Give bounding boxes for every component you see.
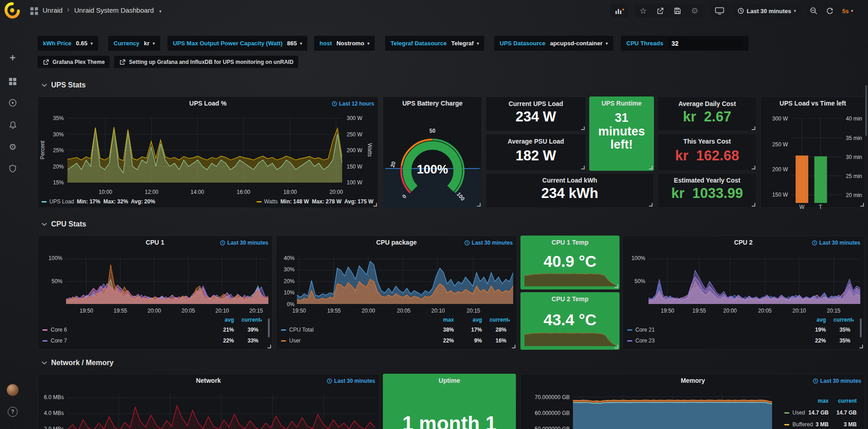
panel-time-range[interactable]: Last 30 minutes (327, 378, 375, 384)
section-ups-stats[interactable]: UPS Stats (42, 81, 86, 89)
y-tick: 2.0 MBs (40, 426, 64, 429)
legend-series-name[interactable]: Core 21 (627, 327, 655, 333)
panel-title[interactable]: Estimated Yearly Cost (663, 177, 752, 184)
legend-scrollbar[interactable] (860, 318, 862, 337)
panel-time-range[interactable]: Last 30 minutes (220, 240, 268, 246)
caret-down-icon[interactable]: ▾ (159, 9, 162, 14)
variable-value[interactable]: Nostromo▾ (336, 40, 369, 47)
variable-value[interactable]: apcupsd-container▾ (550, 40, 608, 47)
time-range-picker[interactable]: Last 30 minutes ▾ (733, 4, 801, 18)
cpu1-plot[interactable] (66, 257, 268, 304)
panel-title[interactable]: Average Daily Cost (663, 100, 752, 107)
panel-title[interactable]: CPU 1 Temp (525, 239, 615, 246)
share-button[interactable] (652, 4, 669, 18)
panel-current-ups-load: Current UPS Load 234 W (486, 96, 586, 131)
breadcrumb-app[interactable]: Unraid (43, 6, 62, 14)
user-avatar[interactable] (6, 383, 19, 397)
refresh-button[interactable] (823, 4, 837, 18)
legend-series-name[interactable]: User (281, 337, 300, 344)
legend-value: 9% (459, 337, 482, 344)
add-panel-button[interactable] (611, 4, 628, 18)
panel-title[interactable]: UPS Runtime (592, 100, 651, 107)
stat-value: 1 month 1 (383, 412, 515, 429)
panel-title[interactable]: Network (56, 377, 361, 384)
link-ups-monitoring-guide[interactable]: Setting up Grafana and InfluxDB for UPS … (114, 56, 298, 68)
stat-value: 182 W (486, 148, 586, 164)
save-button[interactable] (669, 4, 686, 18)
panel-title[interactable]: Current UPS Load (491, 100, 581, 107)
link-grafana-plex-theme[interactable]: Grafana Plex Theme (38, 56, 110, 68)
legend-header-avg[interactable]: avg (803, 317, 826, 323)
y-tick: 10% (280, 289, 295, 296)
panel-title[interactable]: Uptime (401, 377, 497, 384)
variable-kwh-price[interactable]: kWh Price 0.65▾ (38, 36, 98, 51)
variable-value[interactable]: Telegraf▾ (451, 40, 479, 47)
panel-time-range[interactable]: Last 30 minutes (813, 378, 861, 384)
cpu-package-plot[interactable] (297, 257, 513, 304)
variable-ups-max-watt[interactable]: UPS Max Output Power Capacity (Watt) 865… (167, 36, 307, 51)
zoom-out-button[interactable] (806, 4, 821, 18)
panel-current-load-kwh: Current Load kWh 234 kWh (486, 173, 654, 208)
variable-host[interactable]: host Nostromo▾ (314, 36, 375, 51)
panel-title[interactable]: Memory (539, 377, 847, 384)
variable-value[interactable]: 0.65▾ (76, 40, 93, 47)
sidebar-admin-shield-button[interactable] (6, 162, 19, 175)
panel-title[interactable]: This Years Cost (663, 138, 752, 145)
panel-time-range[interactable]: Last 30 minutes (464, 240, 513, 246)
legend-header-current[interactable]: current▾ (829, 317, 854, 323)
legend-header-current[interactable]: current (831, 398, 857, 404)
legend-marker (784, 412, 789, 414)
panel-ups-load-vs-time-left: UPS Load vs Time left 300 W 250 W 200 W … (760, 96, 865, 208)
ups-bar-plot[interactable] (792, 118, 842, 203)
legend-series-name[interactable]: Used (784, 410, 805, 416)
legend-header-avg[interactable]: avg (211, 317, 234, 323)
variable-value[interactable]: kr▾ (144, 40, 155, 47)
grafana-logo[interactable] (4, 2, 21, 19)
panel-title[interactable]: UPS Load vs Time left (763, 100, 862, 107)
sidebar-dashboards-button[interactable] (6, 75, 19, 88)
sidebar-explore-button[interactable] (6, 96, 19, 110)
cpu-threads-input[interactable] (668, 37, 743, 49)
breadcrumb-page-title[interactable]: Unraid System Dashboard (74, 6, 154, 14)
legend-header-max[interactable]: max (431, 317, 454, 323)
sidebar-create-button[interactable]: + (6, 51, 19, 65)
section-network-memory[interactable]: Network / Memory (42, 359, 114, 367)
cycle-view-button[interactable] (711, 4, 729, 18)
legend-header-current[interactable]: current▾ (237, 317, 262, 323)
legend-scrollbar[interactable] (268, 318, 270, 337)
legend-header-avg[interactable]: avg (459, 317, 482, 323)
variable-telegraf-datasource[interactable]: Telegraf Datasource Telegraf▾ (385, 36, 484, 51)
panel-time-range[interactable]: Last 30 minutes (812, 240, 860, 246)
battery-gauge[interactable]: 02050100 (384, 111, 481, 203)
cpu2-plot[interactable] (649, 257, 860, 304)
ups-load-plot[interactable] (67, 116, 342, 183)
panel-time-range[interactable]: Last 12 hours (332, 101, 374, 107)
legend-series-name[interactable]: Core 6 (43, 327, 67, 333)
network-plot[interactable] (67, 394, 375, 429)
sidebar-help-button[interactable]: ? (6, 405, 19, 419)
panel-title[interactable]: CPU 2 Temp (525, 295, 615, 303)
legend-series-name[interactable]: Core 7 (43, 337, 67, 344)
legend-header-current[interactable]: current▾ (485, 317, 510, 323)
variable-value[interactable]: 865▾ (287, 40, 302, 47)
panel-title[interactable]: Current Load kWh (491, 177, 649, 184)
page-scrollbar[interactable] (865, 85, 867, 136)
panel-title[interactable]: Average PSU Load (491, 138, 581, 145)
legend-series-name[interactable]: UPS Load (49, 198, 74, 205)
section-cpu-stats[interactable]: CPU Stats (42, 220, 86, 228)
panel-title[interactable]: UPS Battery Charge (388, 100, 477, 107)
apps-grid-icon[interactable] (30, 7, 38, 15)
sidebar-settings-button[interactable]: ⚙ (6, 140, 19, 154)
panel-title[interactable]: UPS Load % (56, 100, 360, 107)
memory-plot[interactable] (573, 394, 772, 429)
legend-series-name[interactable]: Watts (264, 198, 278, 205)
sidebar-alerting-button[interactable] (6, 118, 19, 132)
dashboard-settings-button[interactable]: ⚙ (686, 4, 703, 18)
legend-series-name[interactable]: CPU Total (281, 327, 314, 333)
legend-header-max[interactable]: max (803, 398, 829, 404)
star-button[interactable]: ☆ (634, 4, 652, 18)
refresh-interval-picker[interactable]: 5s ▾ (838, 4, 857, 18)
variable-currency[interactable]: Currency kr▾ (108, 36, 160, 51)
legend-series-name[interactable]: Core 23 (627, 337, 655, 344)
variable-ups-datasource[interactable]: UPS Datasource apcupsd-container▾ (494, 36, 613, 51)
